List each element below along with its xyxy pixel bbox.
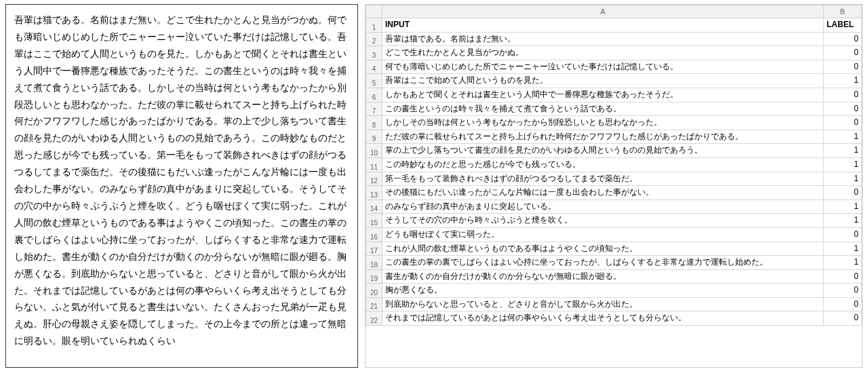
cell-label[interactable]: 0	[824, 32, 862, 46]
cell-label[interactable]: 0	[824, 46, 862, 60]
row-number[interactable]: 4	[366, 60, 382, 74]
row-number[interactable]: 11	[366, 157, 382, 172]
cell-input[interactable]: 掌の上で少し落ちついて書生の顔を見たのがいわゆる人間というものの見始であろう。	[382, 144, 824, 158]
row-number[interactable]: 10	[366, 144, 382, 158]
cell-label[interactable]: 0	[824, 284, 862, 298]
spreadsheet-pane[interactable]: AB1INPUTLABEL2吾輩は猫である。名前はまだ無い。03どこで生れたかと…	[365, 4, 863, 368]
text-pane: 吾輩は猫である。名前はまだ無い。どこで生れたかとんと見当がつかぬ。何でも薄暗いじ…	[5, 4, 358, 368]
cell-input[interactable]: 第一毛をもって装飾されべきはずの顔がつるつるしてまるで薬缶だ。	[382, 172, 824, 186]
cell-label[interactable]: 0	[824, 297, 862, 311]
split-view: 吾輩は猫である。名前はまだ無い。どこで生れたかとんと見当がつかぬ。何でも薄暗いじ…	[0, 0, 868, 372]
cell-label[interactable]: 0	[824, 60, 862, 74]
cell-input[interactable]: 吾輩はここで始めて人間というものを見た。	[382, 74, 824, 88]
cell-input[interactable]: のみならず顔の真中があまりに突起している。	[382, 200, 824, 214]
cell-label[interactable]: 0	[824, 269, 862, 284]
header-label[interactable]: LABEL	[824, 18, 862, 33]
cell-input[interactable]: その後猫にもだいぶ逢ったがこんな片輪には一度も出会わした事がない。	[382, 186, 824, 200]
cell-label[interactable]: 1	[824, 214, 862, 228]
cell-input[interactable]: しかもあとで聞くとそれは書生という人間中で一番獰悪な種族であったそうだ。	[382, 88, 824, 102]
row-number[interactable]: 13	[366, 186, 382, 200]
cell-input[interactable]: 到底助からないと思っていると、どさりと音がして眼から火が出た。	[382, 297, 824, 311]
row-number[interactable]: 18	[366, 256, 382, 270]
select-all-corner[interactable]	[366, 5, 382, 18]
cell-label[interactable]: 0	[824, 227, 862, 242]
cell-input[interactable]: 吾輩は猫である。名前はまだ無い。	[382, 32, 824, 46]
cell-input[interactable]: これが人間の飲む煙草というものである事はようやくこの頃知った。	[382, 242, 824, 256]
cell-input[interactable]: この時妙なものだと思った感じが今でも残っている。	[382, 157, 824, 172]
row-number[interactable]: 17	[366, 242, 382, 256]
spreadsheet-table: AB1INPUTLABEL2吾輩は猫である。名前はまだ無い。03どこで生れたかと…	[366, 5, 862, 326]
cell-label[interactable]: 1	[824, 157, 862, 172]
cell-label[interactable]: 1	[824, 172, 862, 186]
cell-label[interactable]: 1	[824, 130, 862, 144]
row-number[interactable]: 19	[366, 269, 382, 284]
cell-label[interactable]: 1	[824, 256, 862, 270]
row-number[interactable]: 7	[366, 102, 382, 116]
row-number[interactable]: 5	[366, 74, 382, 88]
cell-label[interactable]: 1	[824, 144, 862, 158]
cell-label[interactable]: 0	[824, 88, 862, 102]
cell-label[interactable]: 0	[824, 102, 862, 116]
cell-input[interactable]: しかしその当時は何という考もなかったから別段恐しいとも思わなかった。	[382, 116, 824, 130]
cell-label[interactable]: 0	[824, 311, 862, 326]
cell-input[interactable]: この書生というのは時々我々を捕えて煮て食うという話である。	[382, 102, 824, 116]
row-number[interactable]: 8	[366, 116, 382, 130]
cell-input[interactable]: どこで生れたかとんと見当がつかぬ。	[382, 46, 824, 60]
row-number[interactable]: 2	[366, 32, 382, 46]
row-number[interactable]: 12	[366, 172, 382, 186]
cell-input[interactable]: ただ彼の掌に載せられてスーと持ち上げられた時何だかフワフワした感じがあったばかり…	[382, 130, 824, 144]
row-number[interactable]: 6	[366, 88, 382, 102]
header-input[interactable]: INPUT	[382, 18, 824, 33]
row-number[interactable]: 14	[366, 200, 382, 214]
row-number[interactable]: 15	[366, 214, 382, 228]
column-header-B[interactable]: B	[824, 5, 862, 18]
cell-label[interactable]: 1	[824, 242, 862, 256]
source-text: 吾輩は猫である。名前はまだ無い。どこで生れたかとんと見当がつかぬ。何でも薄暗いじ…	[14, 12, 349, 349]
cell-input[interactable]: この書生の掌の裏でしばらくはよい心持に坐っておったが、しばらくすると非常な速力で…	[382, 256, 824, 270]
column-header-A[interactable]: A	[382, 5, 824, 18]
row-number[interactable]: 20	[366, 284, 382, 298]
cell-input[interactable]: そうしてその穴の中から時々ぷうぷうと煙を吹く。	[382, 214, 824, 228]
cell-label[interactable]: 0	[824, 186, 862, 200]
cell-input[interactable]: 書生が動くのか自分だけが動くのか分らないが無暗に眼が廻る。	[382, 269, 824, 284]
cell-label[interactable]: 1	[824, 200, 862, 214]
row-number[interactable]: 1	[366, 18, 382, 33]
row-number[interactable]: 9	[366, 130, 382, 144]
cell-input[interactable]: どうも咽せぽくて実に弱った。	[382, 227, 824, 242]
row-number[interactable]: 3	[366, 46, 382, 60]
cell-label[interactable]: 1	[824, 74, 862, 88]
row-number[interactable]: 22	[366, 311, 382, 326]
row-number[interactable]: 21	[366, 297, 382, 311]
cell-input[interactable]: 何でも薄暗いじめじめした所でニャーニャー泣いていた事だけは記憶している。	[382, 60, 824, 74]
cell-label[interactable]: 0	[824, 116, 862, 130]
cell-input[interactable]: それまでは記憶しているがあとは何の事やらいくら考え出そうとしても分らない。	[382, 311, 824, 326]
cell-input[interactable]: 胸が悪くなる。	[382, 284, 824, 298]
row-number[interactable]: 16	[366, 227, 382, 242]
